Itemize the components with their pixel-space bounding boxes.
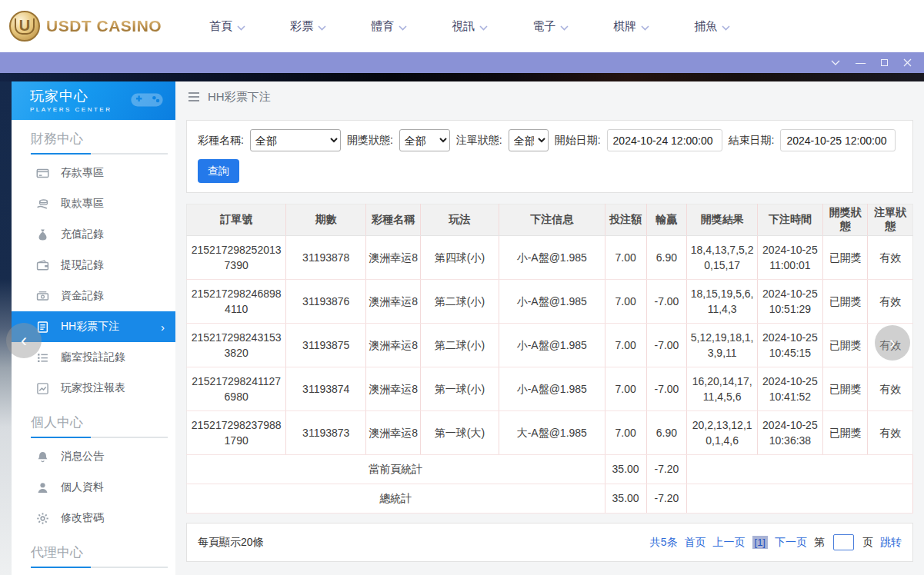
sidebar-item-label: 充值記錄 (61, 228, 104, 241)
page-title: HH彩票下注 (208, 90, 271, 105)
cell-draw_status: 已開獎 (822, 324, 868, 367)
cell-lottery: 澳洲幸运8 (366, 236, 421, 280)
jump-link[interactable]: 跳转 (880, 536, 902, 550)
first-page-link[interactable]: 首页 (685, 536, 706, 550)
column-header: 輸贏 (646, 204, 687, 236)
cell-period: 31193875 (286, 324, 366, 367)
nav-item-7[interactable]: 捕魚 (694, 19, 730, 34)
nav-item-3[interactable]: 體育 (371, 19, 407, 34)
query-button[interactable]: 查詢 (198, 159, 239, 183)
sidebar-item-修改密碼[interactable]: 修改密碼 (12, 503, 175, 533)
cell-period: 31193878 (286, 236, 366, 280)
section-divider (31, 153, 168, 155)
main-nav: 首頁彩票體育視訊電子棋牌捕魚 (209, 19, 730, 34)
cell-order_status: 有效 (868, 236, 913, 280)
cell-bet_amount: 7.00 (605, 280, 646, 324)
logo-monogram: U (15, 18, 35, 35)
cell-draw_status: 已開獎 (822, 236, 868, 280)
cell-win_loss: -7.00 (646, 367, 687, 411)
total-count: 共5条 (650, 536, 678, 550)
collapse-left-button[interactable]: ‹ (6, 323, 42, 358)
cell-lottery: 澳洲幸运8 (366, 411, 421, 455)
user-icon (36, 481, 49, 494)
nav-item-label: 棋牌 (613, 19, 636, 34)
chevron-right-icon: › (161, 321, 165, 334)
next-page-link[interactable]: 下一页 (775, 536, 807, 550)
nav-item-4[interactable]: 視訊 (452, 19, 488, 34)
cell-period: 31193876 (286, 280, 366, 324)
cell-order_status: 有效 (868, 411, 913, 455)
expand-right-button[interactable]: › (875, 325, 910, 361)
summary-bet-amount: 35.00 (605, 455, 646, 484)
maximize-icon[interactable] (881, 59, 888, 66)
sidebar-item-充值記錄[interactable]: 充值記錄 (12, 219, 175, 250)
sidebar-item-取款專區[interactable]: 取款專區 (12, 188, 175, 219)
nav-item-6[interactable]: 棋牌 (613, 19, 649, 34)
cell-order_status: 有效 (868, 367, 913, 411)
cell-lottery: 澳洲幸运8 (366, 280, 421, 324)
cell-bet_info: 小-A盤@1.985 (499, 324, 605, 367)
table-row: 215217298237988179031193873澳洲幸运8第一球(大)大-… (187, 411, 913, 455)
summary-win-loss: -7.20 (646, 484, 687, 514)
gear-icon (36, 512, 49, 525)
nav-item-1[interactable]: 首頁 (209, 19, 245, 34)
cell-bet_time: 2024-10-25 10:36:38 (757, 411, 822, 455)
minimize-icon[interactable]: — (856, 58, 866, 68)
hamburger-icon[interactable] (188, 92, 200, 101)
cell-bet_info: 小-A盤@1.985 (499, 236, 605, 280)
lottery-select[interactable]: 全部 (250, 129, 341, 151)
end-date-input[interactable] (780, 129, 896, 151)
cell-period: 31193874 (286, 367, 366, 411)
sidebar-item-資金記錄[interactable]: 資金記錄 (12, 281, 175, 311)
sidebar-item-label: HH彩票下注 (61, 320, 119, 334)
cell-bet_time: 2024-10-25 10:45:15 (757, 324, 822, 367)
summary-row: 當前頁統計35.00-7.20 (187, 455, 913, 484)
chevron-down-icon (722, 20, 730, 33)
draw-status-select[interactable]: 全部 (399, 129, 450, 151)
cell-draw_result: 20,2,13,12,10,1,4,6 (687, 411, 758, 455)
cell-play: 第二球(小) (420, 324, 499, 367)
close-icon[interactable] (903, 58, 912, 67)
nav-item-2[interactable]: 彩票 (290, 19, 326, 34)
sidebar-section-label: 個人中心 (12, 404, 175, 437)
sidebar-item-玩家投注報表[interactable]: 玩家投注報表 (12, 373, 175, 404)
cell-bet_amount: 7.00 (605, 236, 646, 280)
top-header: U USDT CASINO 首頁彩票體育視訊電子棋牌捕魚 (0, 0, 924, 52)
bets-table: 訂單號期數彩種名稱玩法下注信息投注額輸贏開獎結果下注時間開獎狀態注單狀態2152… (186, 204, 913, 514)
summary-label: 當前頁統計 (187, 455, 605, 484)
start-date-input[interactable] (607, 129, 722, 151)
cell-bet_time: 2024-10-25 10:41:52 (757, 367, 822, 411)
sidebar-item-存款專區[interactable]: 存款專區 (12, 158, 175, 188)
sidebar-item-個人資料[interactable]: 個人資料 (12, 472, 175, 503)
logo[interactable]: U USDT CASINO (0, 11, 162, 42)
collapse-chevron-icon[interactable] (831, 60, 840, 65)
banknote-icon (36, 290, 49, 303)
bell-icon (36, 450, 49, 464)
cell-order_no: 2152172982468984110 (187, 280, 286, 324)
nav-item-label: 捕魚 (694, 19, 717, 34)
jump-suffix-label: 页 (862, 536, 873, 550)
cell-lottery: 澳洲幸运8 (366, 367, 421, 411)
nav-item-5[interactable]: 電子 (532, 19, 569, 34)
prev-page-link[interactable]: 上一页 (713, 536, 746, 550)
end-date-label: 結束日期: (729, 134, 775, 148)
chevron-down-icon (399, 20, 407, 33)
cell-win_loss: -7.00 (646, 280, 687, 324)
sidebar-item-label: 消息公告 (61, 450, 104, 464)
section-divider (31, 567, 168, 568)
chevron-down-icon (560, 20, 569, 33)
order-status-select[interactable]: 全部 (509, 129, 549, 151)
column-header: 訂單號 (187, 204, 286, 236)
cell-play: 第一球(大) (420, 411, 499, 455)
nav-item-label: 首頁 (209, 19, 232, 34)
sidebar-item-label: 修改密碼 (61, 511, 104, 525)
sidebar-section-label: 財務中心 (12, 120, 175, 153)
page-jump-input[interactable] (833, 534, 854, 550)
summary-label: 總統計 (187, 484, 605, 514)
page-header: HH彩票下注 (175, 81, 924, 112)
sidebar-item-消息公告[interactable]: 消息公告 (12, 441, 175, 472)
jump-prefix-label: 第 (814, 536, 825, 550)
column-header: 下注信息 (499, 204, 605, 236)
cell-order_no: 2152172982411276980 (187, 367, 286, 411)
sidebar-item-提現記錄[interactable]: 提現記錄 (12, 250, 175, 281)
